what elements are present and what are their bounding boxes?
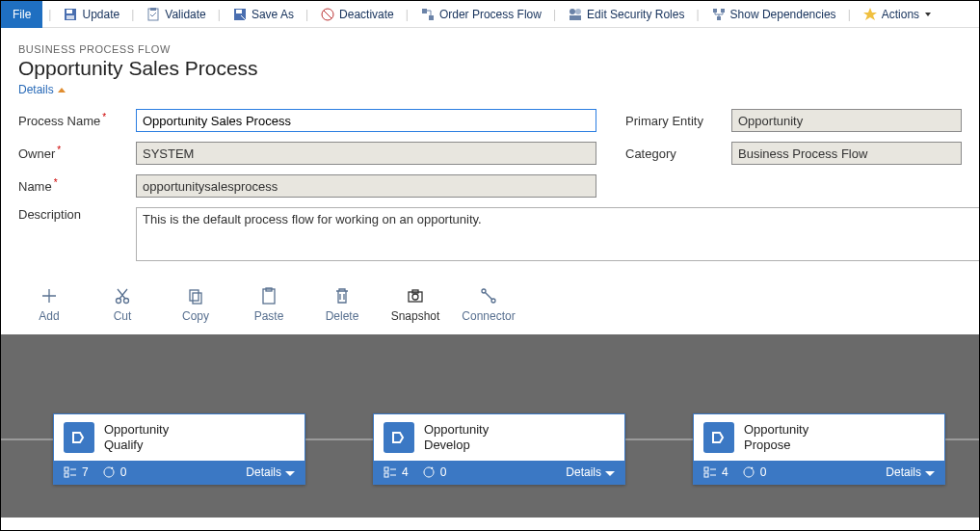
copy-icon	[186, 286, 205, 305]
svg-rect-1	[66, 10, 72, 13]
svg-rect-30	[384, 473, 388, 477]
stage-icon	[384, 422, 414, 453]
process-name-input[interactable]	[136, 109, 596, 132]
chevron-up-icon	[58, 88, 66, 93]
designer-toolbar: Add Cut Copy Paste Delete Snapshot Conne…	[1, 280, 979, 334]
svg-point-17	[124, 299, 129, 304]
validate-button[interactable]: Validate	[140, 3, 211, 26]
deactivate-icon	[320, 7, 335, 22]
chevron-down-icon	[925, 13, 931, 16]
stage-entity: Opportunity	[104, 422, 169, 438]
connector-button[interactable]: Connector	[465, 286, 512, 323]
details-toggle[interactable]: Details	[18, 83, 66, 96]
svg-rect-12	[569, 15, 581, 20]
process-name-label: Process Name	[18, 112, 136, 128]
svg-rect-29	[384, 467, 388, 471]
delete-button[interactable]: Delete	[319, 286, 365, 323]
svg-rect-31	[704, 467, 708, 471]
svg-point-11	[575, 9, 581, 14]
page-header: BUSINESS PROCESS FLOW Opportunity Sales …	[1, 28, 979, 105]
connector-icon	[479, 286, 498, 305]
stage-qualify[interactable]: Opportunity Qualify 7 0 Details	[53, 413, 305, 485]
svg-rect-28	[65, 473, 68, 477]
chevron-down-icon	[285, 471, 295, 476]
step-count: 4	[384, 465, 409, 479]
step-count: 7	[64, 465, 89, 479]
security-icon	[568, 7, 583, 22]
stage-name: Develop	[424, 438, 489, 453]
paste-icon	[259, 286, 278, 305]
entity-type: BUSINESS PROCESS FLOW	[18, 43, 962, 55]
stage-icon	[64, 422, 94, 453]
primary-entity-input[interactable]	[731, 109, 962, 132]
deactivate-button[interactable]: Deactivate	[314, 3, 400, 26]
copy-button[interactable]: Copy	[172, 286, 219, 323]
category-input[interactable]	[731, 142, 962, 165]
page-title: Opportunity Sales Process	[18, 57, 962, 80]
svg-rect-8	[422, 9, 427, 13]
save-as-icon	[232, 7, 248, 22]
save-as-button[interactable]: Save As	[226, 3, 300, 26]
svg-rect-13	[713, 9, 717, 13]
order-flow-icon	[420, 7, 436, 22]
category-label: Category	[625, 146, 731, 161]
svg-point-23	[412, 294, 418, 300]
stage-details-button[interactable]: Details	[886, 465, 935, 479]
svg-rect-14	[721, 9, 725, 13]
show-dependencies-button[interactable]: Show Dependencies	[705, 3, 842, 26]
cut-button[interactable]: Cut	[99, 286, 146, 323]
trash-icon	[332, 286, 352, 305]
save-icon	[63, 7, 78, 22]
step-count: 4	[703, 465, 728, 479]
stage-details-button[interactable]: Details	[566, 465, 615, 479]
stage-entity: Opportunity	[744, 422, 808, 438]
dependencies-icon	[711, 7, 727, 22]
stage-propose[interactable]: Opportunity Propose 4 0 Details	[693, 413, 945, 485]
svg-rect-4	[150, 8, 156, 11]
description-label: Description	[18, 207, 136, 222]
svg-rect-15	[717, 16, 721, 20]
svg-rect-27	[65, 467, 68, 471]
designer-canvas[interactable]: Opportunity Qualify 7 0 Details	[1, 334, 979, 518]
branch-count: 0	[102, 465, 127, 479]
name-input[interactable]	[136, 174, 596, 198]
svg-point-16	[117, 299, 121, 304]
paste-button[interactable]: Paste	[246, 286, 292, 323]
file-menu[interactable]: File	[1, 1, 42, 28]
name-label: Name	[18, 177, 136, 194]
stage-develop[interactable]: Opportunity Develop 4 0 Details	[373, 413, 625, 485]
actions-menu[interactable]: Actions	[857, 3, 937, 26]
plus-icon	[40, 286, 59, 305]
owner-input[interactable]	[136, 142, 596, 165]
description-input[interactable]: This is the default process flow for wor…	[136, 207, 980, 261]
svg-rect-18	[190, 290, 199, 301]
stage-details-button[interactable]: Details	[246, 465, 295, 479]
camera-icon	[406, 286, 425, 305]
svg-point-10	[569, 9, 575, 14]
update-button[interactable]: Update	[57, 3, 125, 26]
snapshot-button[interactable]: Snapshot	[392, 286, 438, 323]
stage-entity: Opportunity	[424, 422, 489, 438]
owner-label: Owner	[18, 145, 136, 161]
svg-rect-19	[193, 293, 201, 304]
star-icon	[862, 7, 878, 22]
separator: |	[48, 8, 51, 21]
chevron-down-icon	[925, 471, 935, 476]
branch-count: 0	[742, 465, 767, 479]
svg-rect-2	[66, 15, 74, 19]
properties-form: Process Name Owner Name Description This…	[1, 105, 979, 280]
branch-count: 0	[422, 465, 447, 479]
order-process-flow-button[interactable]: Order Process Flow	[414, 3, 547, 26]
file-label: File	[13, 8, 31, 21]
add-button[interactable]: Add	[26, 286, 72, 323]
stage-name: Propose	[744, 438, 808, 453]
svg-rect-32	[704, 473, 708, 477]
stage-icon	[703, 422, 734, 453]
clipboard-check-icon	[146, 7, 161, 22]
command-bar: File | Update | Validate | Save As | Dea…	[1, 1, 979, 28]
cut-icon	[113, 286, 132, 305]
edit-security-roles-button[interactable]: Edit Security Roles	[562, 3, 690, 26]
chevron-down-icon	[605, 471, 615, 476]
primary-entity-label: Primary Entity	[625, 114, 731, 128]
svg-rect-6	[236, 10, 242, 13]
